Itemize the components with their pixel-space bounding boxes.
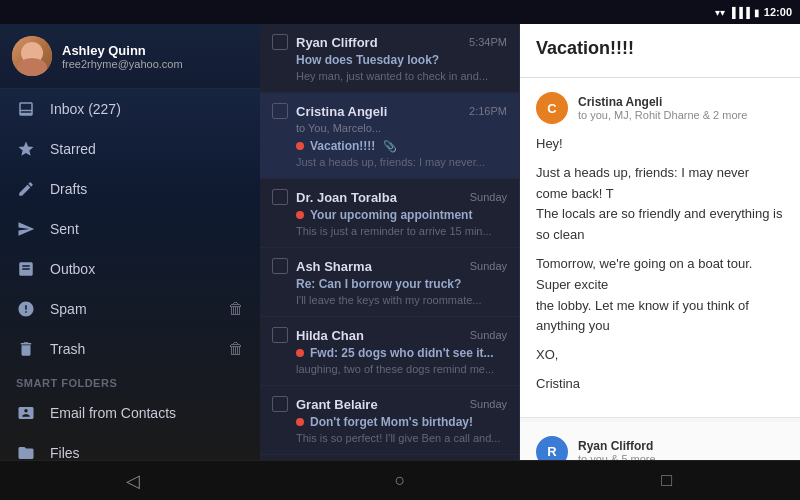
- trash-icon: [16, 339, 36, 359]
- msg-avatar-1: R: [536, 436, 568, 460]
- main-container: Ashley Quinn free2rhyme@yahoo.com Inbox …: [0, 24, 800, 460]
- battery-icon: ▮: [754, 7, 760, 18]
- user-name: Ashley Quinn: [62, 43, 248, 58]
- email-preview-5: This is so perfect! I'll give Ben a call…: [272, 432, 507, 444]
- email-dot-4: [296, 349, 304, 357]
- status-time: 12:00: [764, 6, 792, 18]
- reading-panel: Vacation!!!! C Cristina Angeli to you, M…: [520, 24, 800, 460]
- email-preview-0: Hey man, just wanted to check in and...: [272, 70, 507, 82]
- spam-delete-icon[interactable]: 🗑: [228, 300, 244, 318]
- sidebar-item-drafts[interactable]: Drafts: [0, 169, 260, 209]
- star-icon: [16, 139, 36, 159]
- email-item-2[interactable]: Dr. Joan Toralba Sunday Your upcoming ap…: [260, 179, 519, 248]
- email-time-5: Sunday: [470, 398, 507, 410]
- email-sender-2: Dr. Joan Toralba: [296, 190, 462, 205]
- sidebar-drafts-label: Drafts: [50, 181, 244, 197]
- email-preview-4: laughing, two of these dogs remind me...: [272, 363, 507, 375]
- email-time-2: Sunday: [470, 191, 507, 203]
- email-time-0: 5:34PM: [469, 36, 507, 48]
- wifi-icon: ▾▾: [715, 7, 725, 18]
- email-item-5[interactable]: Grant Belaire Sunday Don't forget Mom's …: [260, 386, 519, 455]
- msg-sender-info-1: Ryan Clifford to you & 5 more: [578, 439, 784, 460]
- status-icons: ▾▾ ▐▐▐ ▮ 12:00: [715, 6, 792, 18]
- email-subject-5: Don't forget Mom's birthday!: [310, 415, 473, 429]
- sidebar-item-email-from-contacts[interactable]: Email from Contacts: [0, 393, 260, 433]
- email-subject-3: Re: Can I borrow your truck?: [296, 277, 461, 291]
- sidebar-item-trash[interactable]: Trash 🗑: [0, 329, 260, 369]
- status-bar: ▾▾ ▐▐▐ ▮ 12:00: [0, 0, 800, 24]
- email-item-3[interactable]: Ash Sharma Sunday Re: Can I borrow your …: [260, 248, 519, 317]
- email-subject-0: How does Tuesday look?: [296, 53, 439, 67]
- sidebar-item-files[interactable]: Files: [0, 433, 260, 460]
- sent-icon: [16, 219, 36, 239]
- sidebar-sent-label: Sent: [50, 221, 244, 237]
- spam-icon: [16, 299, 36, 319]
- email-checkbox-2[interactable]: [272, 189, 288, 205]
- signal-icon: ▐▐▐: [729, 7, 750, 18]
- msg-sender-info-0: Cristina Angeli to you, MJ, Rohit Dharne…: [578, 95, 784, 121]
- email-item-1[interactable]: Cristina Angeli 2:16PM to You, Marcelo..…: [260, 93, 519, 179]
- email-subject-1: Vacation!!!!: [310, 139, 375, 153]
- email-time-1: 2:16PM: [469, 105, 507, 117]
- files-icon: [16, 443, 36, 460]
- email-time-4: Sunday: [470, 329, 507, 341]
- sidebar-item-starred[interactable]: Starred: [0, 129, 260, 169]
- msg-sender-name-1: Ryan Clifford: [578, 439, 784, 453]
- sidebar-outbox-label: Outbox: [50, 261, 244, 277]
- email-preview-2: This is just a reminder to arrive 15 min…: [272, 225, 507, 237]
- user-email: free2rhyme@yahoo.com: [62, 58, 248, 70]
- email-preview-3: I'll leave the keys with my roommate...: [272, 294, 507, 306]
- recent-button[interactable]: □: [637, 461, 697, 500]
- email-checkbox-3[interactable]: [272, 258, 288, 274]
- msg-sender-to-1: to you & 5 more: [578, 453, 784, 460]
- sidebar-files-label: Files: [50, 445, 244, 460]
- avatar: [12, 36, 52, 76]
- sidebar-starred-label: Starred: [50, 141, 244, 157]
- sidebar-item-spam[interactable]: Spam 🗑: [0, 289, 260, 329]
- email-checkbox-4[interactable]: [272, 327, 288, 343]
- sidebar-spam-label: Spam: [50, 301, 214, 317]
- smart-folders-header: Smart Folders: [0, 369, 260, 393]
- email-checkbox-5[interactable]: [272, 396, 288, 412]
- contacts-icon: [16, 403, 36, 423]
- reading-email-title: Vacation!!!!: [536, 38, 784, 59]
- sidebar-item-outbox[interactable]: Outbox: [0, 249, 260, 289]
- email-sender-0: Ryan Clifford: [296, 35, 461, 50]
- msg-avatar-0: C: [536, 92, 568, 124]
- email-dot-2: [296, 211, 304, 219]
- sidebar-inbox-label: Inbox (227): [50, 101, 244, 117]
- email-preview-1: Just a heads up, friends: I may never...: [272, 156, 507, 168]
- email-subject-2: Your upcoming appointment: [310, 208, 472, 222]
- email-sender-4: Hilda Chan: [296, 328, 462, 343]
- sidebar-item-inbox[interactable]: Inbox (227): [0, 89, 260, 129]
- message-block-0: C Cristina Angeli to you, MJ, Rohit Dhar…: [520, 78, 800, 418]
- email-sender-3: Ash Sharma: [296, 259, 462, 274]
- nav-items: Inbox (227) Starred Drafts: [0, 89, 260, 460]
- email-sender-5: Grant Belaire: [296, 397, 462, 412]
- email-item-4[interactable]: Hilda Chan Sunday Fwd: 25 dogs who didn'…: [260, 317, 519, 386]
- email-item-6[interactable]: Kevin Day Saturday Re: Rehearsal space: [260, 455, 519, 460]
- attachment-icon-1: 📎: [383, 140, 397, 153]
- email-dot-1: [296, 142, 304, 150]
- sidebar-trash-label: Trash: [50, 341, 214, 357]
- user-header[interactable]: Ashley Quinn free2rhyme@yahoo.com: [0, 24, 260, 89]
- msg-sender-name-0: Cristina Angeli: [578, 95, 784, 109]
- back-button[interactable]: ◁: [103, 461, 163, 500]
- user-info: Ashley Quinn free2rhyme@yahoo.com: [62, 43, 248, 70]
- trash-delete-icon[interactable]: 🗑: [228, 340, 244, 358]
- email-subject-4: Fwd: 25 dogs who didn't see it...: [310, 346, 494, 360]
- sidebar-item-sent[interactable]: Sent: [0, 209, 260, 249]
- email-checkbox-0[interactable]: [272, 34, 288, 50]
- email-item-0[interactable]: Ryan Clifford 5:34PM How does Tuesday lo…: [260, 24, 519, 93]
- email-checkbox-1[interactable]: [272, 103, 288, 119]
- email-dot-5: [296, 418, 304, 426]
- inbox-icon: [16, 99, 36, 119]
- outbox-icon: [16, 259, 36, 279]
- email-sender-1: Cristina Angeli: [296, 104, 461, 119]
- home-button[interactable]: ○: [370, 461, 430, 500]
- sidebar-contacts-label: Email from Contacts: [50, 405, 244, 421]
- drafts-icon: [16, 179, 36, 199]
- sidebar: Ashley Quinn free2rhyme@yahoo.com Inbox …: [0, 24, 260, 460]
- email-list-panel: Ryan Clifford 5:34PM How does Tuesday lo…: [260, 24, 520, 460]
- msg-sender-to-0: to you, MJ, Rohit Dharne & 2 more: [578, 109, 784, 121]
